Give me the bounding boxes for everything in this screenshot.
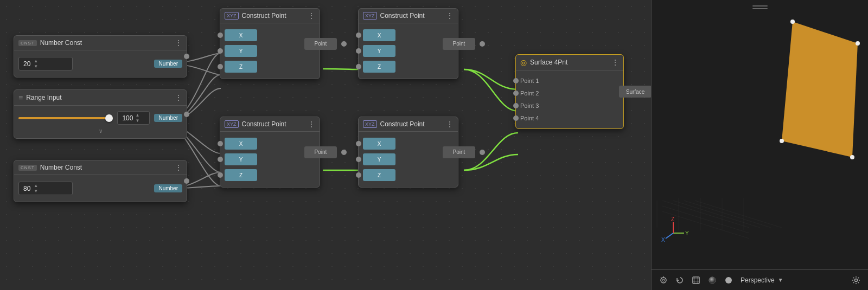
cp3-slot-x[interactable]: X bbox=[363, 29, 395, 41]
perspective-dropdown-icon[interactable]: ▼ bbox=[778, 277, 783, 283]
node-menu-btn-2[interactable]: ⋮ bbox=[175, 164, 182, 171]
chevron-down-range[interactable]: ∨ bbox=[14, 127, 187, 135]
view-material-btn[interactable] bbox=[722, 274, 735, 287]
cp1-slot-x[interactable]: X bbox=[225, 29, 257, 41]
surf-title: Surface 4Pnt bbox=[530, 59, 608, 66]
cp3-menu[interactable]: ⋮ bbox=[446, 12, 454, 20]
cp3-body: X Y Z bbox=[359, 23, 458, 79]
viewport-bottom-bar: Perspective ▼ bbox=[652, 269, 868, 290]
range-title: Range Input bbox=[26, 94, 171, 101]
svg-line-5 bbox=[662, 211, 749, 239]
cp4-body: X Y Z bbox=[359, 132, 458, 187]
spin-btns-1: ▲ ▼ bbox=[34, 59, 38, 69]
surf-header: ◎ Surface 4Pnt ⋮ bbox=[516, 55, 623, 70]
svg-point-14 bbox=[850, 155, 854, 159]
cp2-header: XYZ Construct Point ⋮ bbox=[220, 117, 320, 132]
svg-line-2 bbox=[684, 201, 771, 228]
cp4-slot-z[interactable]: Z bbox=[363, 169, 395, 181]
cp2-menu[interactable]: ⋮ bbox=[308, 120, 315, 128]
range-value[interactable]: 100 ▲ ▼ bbox=[117, 111, 150, 125]
cp3-slot-z[interactable]: Z bbox=[363, 61, 395, 73]
cp4-point-out: Point bbox=[443, 146, 475, 158]
construct-point-node-2: XYZ Construct Point ⋮ X Y Z Point bbox=[220, 117, 320, 188]
viewport-3d: Y Z X bbox=[652, 0, 868, 266]
cp2-title: Construct Point bbox=[242, 120, 304, 128]
node-menu-btn-1[interactable]: ⋮ bbox=[175, 39, 182, 47]
cp4-menu[interactable]: ⋮ bbox=[446, 120, 454, 128]
view-rotate-btn[interactable] bbox=[657, 274, 670, 287]
cp2-connector-left-x bbox=[218, 141, 223, 146]
num-type-2: Number bbox=[154, 184, 182, 192]
spin-up-1[interactable]: ▲ bbox=[34, 59, 38, 64]
surf-port-2: Point 2 bbox=[516, 88, 623, 99]
svg-point-15 bbox=[780, 139, 784, 143]
surf-connector-1 bbox=[513, 78, 519, 83]
surf-port-3: Point 3 bbox=[516, 100, 623, 111]
view-maximize-btn[interactable] bbox=[690, 274, 703, 287]
svg-marker-11 bbox=[782, 22, 858, 157]
surf-port-1: Point 1 bbox=[516, 75, 623, 86]
cnst-badge-1: CNST bbox=[18, 40, 37, 46]
range-menu-btn[interactable]: ⋮ bbox=[175, 94, 182, 101]
surf-point1-label: Point 1 bbox=[520, 78, 539, 84]
cp2-port-z: Z bbox=[220, 168, 320, 182]
cp1-menu[interactable]: ⋮ bbox=[308, 12, 315, 20]
cp2-slot-x[interactable]: X bbox=[225, 138, 257, 150]
cp2-slot-z[interactable]: Z bbox=[225, 169, 257, 181]
node-title-2: Number Const bbox=[40, 164, 171, 171]
cp3-connector-left-x bbox=[356, 33, 361, 38]
num-value-2[interactable]: 80 ▲ ▼ bbox=[18, 182, 73, 195]
cp2-output: Point bbox=[304, 146, 347, 158]
slider-thumb[interactable] bbox=[105, 114, 113, 122]
cp1-slot-z[interactable]: Z bbox=[225, 61, 257, 73]
cp4-header: XYZ Construct Point ⋮ bbox=[359, 117, 458, 132]
spin-down-range[interactable]: ▼ bbox=[135, 118, 139, 124]
cp2-icon: XYZ bbox=[225, 120, 239, 128]
view-solid-btn[interactable] bbox=[706, 274, 719, 287]
number-const-node-2: CNST Number Const ⋮ 80 ▲ ▼ Number bbox=[14, 160, 187, 202]
surf-point4-label: Point 4 bbox=[520, 115, 539, 121]
cp1-connector-left-z bbox=[218, 64, 223, 69]
cp1-connector-right bbox=[341, 41, 347, 47]
cp1-port-z: Z bbox=[220, 60, 320, 74]
node-body-2: 80 ▲ ▼ Number bbox=[14, 175, 187, 202]
surf-port-4: Point 4 bbox=[516, 113, 623, 124]
cp4-slot-x[interactable]: X bbox=[363, 138, 395, 150]
construct-point-node-3: XYZ Construct Point ⋮ X Y Z Point bbox=[358, 8, 458, 79]
svg-point-28 bbox=[725, 277, 732, 283]
cp3-connector-right bbox=[480, 41, 485, 47]
cp1-slot-y[interactable]: Y bbox=[225, 45, 257, 57]
view-refresh-btn[interactable] bbox=[673, 274, 686, 287]
cp4-port-z: Z bbox=[359, 168, 458, 182]
cp3-slot-y[interactable]: Y bbox=[363, 45, 395, 57]
spin-up-range[interactable]: ▲ bbox=[135, 113, 139, 118]
cp4-icon: XYZ bbox=[363, 120, 377, 128]
surf-connector-3 bbox=[513, 103, 519, 108]
svg-rect-21 bbox=[693, 277, 699, 283]
cp2-slot-y[interactable]: Y bbox=[225, 153, 257, 165]
cp4-connector-left-y bbox=[356, 157, 361, 162]
num-value-1[interactable]: 20 ▲ ▼ bbox=[18, 57, 73, 70]
connector-right-1 bbox=[184, 54, 189, 59]
surf-surface-out: Surface bbox=[619, 86, 652, 98]
spin-down-1[interactable]: ▼ bbox=[34, 64, 38, 69]
cp3-port-z: Z bbox=[359, 60, 458, 74]
cp1-connector-left-x bbox=[218, 33, 223, 38]
cp1-connector-left-y bbox=[218, 48, 223, 54]
slider-track[interactable] bbox=[18, 117, 113, 119]
spin-btns-2: ▲ ▼ bbox=[34, 183, 38, 194]
cp4-slot-y[interactable]: Y bbox=[363, 153, 395, 165]
surf-menu[interactable]: ⋮ bbox=[611, 59, 619, 66]
surf-icon: ◎ bbox=[520, 58, 527, 67]
perspective-label: Perspective bbox=[741, 276, 775, 284]
range-body: 100 ▲ ▼ Number ∨ bbox=[14, 106, 187, 138]
range-type: Number bbox=[154, 114, 182, 122]
cp1-icon: XYZ bbox=[225, 12, 239, 20]
cp2-body: X Y Z bbox=[220, 132, 320, 187]
view-settings-btn[interactable] bbox=[850, 274, 863, 287]
slider-row: 100 ▲ ▼ Number bbox=[14, 109, 187, 127]
spin-up-2[interactable]: ▲ bbox=[34, 183, 38, 189]
surf-point2-label: Point 2 bbox=[520, 90, 539, 96]
spin-down-2[interactable]: ▼ bbox=[34, 189, 38, 194]
surface-4pnt-node: ◎ Surface 4Pnt ⋮ Point 1 Point 2 Point 3… bbox=[515, 54, 624, 129]
